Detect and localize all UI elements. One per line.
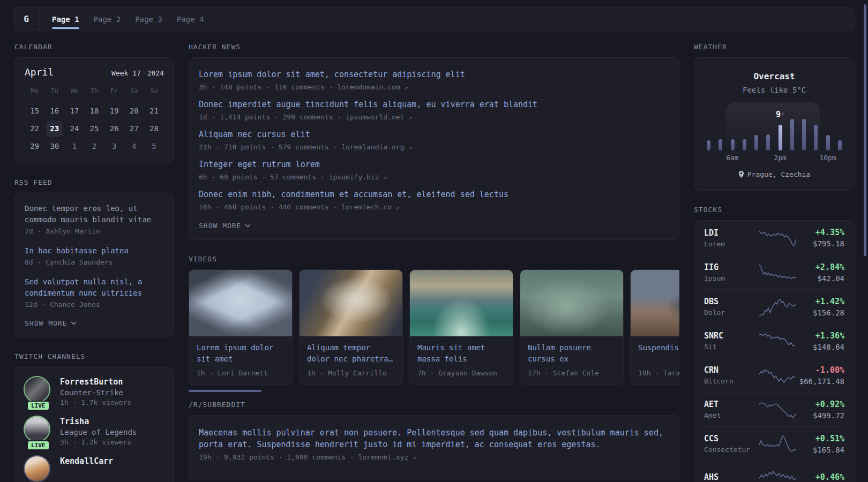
twitch-channel-link[interactable]: Trisha (60, 417, 89, 426)
video-title: Lorem ipsum dolor sit amet consectetu… (197, 342, 285, 365)
calendar-day: 15 (26, 103, 43, 119)
hn-show-more-button[interactable]: SHOW MORE (199, 222, 251, 230)
hn-meta: 1d · 1,414 points · 299 comments · ipsum… (199, 113, 669, 121)
live-badge: LIVE (27, 401, 50, 411)
twitch-channel-row: LIVE Trisha League of Legends 3h · 1.2k … (25, 417, 164, 446)
show-more-label: SHOW MORE (25, 319, 67, 327)
page-content: CALENDAR April Week 17·2024 MoTuWeThFrSa… (14, 43, 855, 482)
calendar-weekday: Fr (104, 83, 124, 97)
video-card[interactable]: Lorem ipsum dolor sit amet consectetu… 1… (189, 269, 293, 385)
middle-column: HACKER NEWS Lorem ipsum dolor sit amet, … (189, 43, 679, 482)
stock-ticker-link[interactable]: CRN (704, 365, 719, 375)
calendar-month: April (25, 66, 54, 78)
stocks-card: LDI Lorem +4.35% $795.18 IIG Ipsum (694, 220, 855, 482)
video-card[interactable]: Mauris sit amet massa felis 7h · Grayson… (409, 269, 513, 385)
calendar-day: 20 (126, 103, 143, 119)
twitch-avatar-wrap: LIVE (25, 417, 51, 446)
tab-page-1[interactable]: Page 1 (52, 7, 79, 31)
external-link-icon[interactable]: ↗ (408, 114, 412, 121)
rss-item-link[interactable]: Donec tempor eros leo, ut commodo mauris… (25, 203, 164, 225)
stock-values: +1.42% $156.28 (797, 297, 844, 317)
stock-name: Ipsum (704, 274, 759, 282)
calendar-weekday: Th (84, 83, 104, 97)
calendar-day: 1 (66, 138, 83, 155)
stock-ticker-link[interactable]: DBS (704, 297, 719, 306)
video-thumbnail (631, 270, 679, 336)
twitch-channel-row: KendallCarr (25, 456, 164, 481)
external-link-icon[interactable]: ↗ (408, 144, 412, 151)
hn-title-link[interactable]: Lorem ipsum dolor sit amet, consectetur … (199, 69, 669, 80)
calendar-day: 27 (126, 120, 143, 137)
external-link-icon[interactable]: ↗ (383, 174, 387, 181)
calendar-day: 4 (126, 138, 143, 155)
twitch-channel-info: ForrestBurton Counter-Strike 1h · 1.7k v… (60, 377, 131, 406)
external-link-icon[interactable]: ↗ (396, 204, 400, 211)
tab-page-4[interactable]: Page 4 (177, 7, 204, 31)
page-scrollbar-thumb[interactable] (864, 4, 866, 256)
stock-ticker-link[interactable]: LDI (704, 228, 719, 238)
video-card[interactable]: Suspendisse diam 18h · Tara (630, 269, 679, 385)
weather-bar (790, 119, 794, 150)
video-title: Suspendisse diam (638, 342, 679, 365)
stock-price: $42.04 (797, 274, 844, 283)
stock-name: Lorem (704, 240, 759, 248)
avatar[interactable] (25, 417, 49, 441)
stock-row: DBS Dolor +1.42% $156.28 (704, 289, 844, 323)
avatar[interactable] (25, 456, 49, 481)
reddit-post: Maecenas mollis pulvinar erat non posuer… (199, 427, 669, 461)
tab-page-2[interactable]: Page 2 (94, 7, 121, 31)
hn-title-link[interactable]: Donec imperdiet augue tincidunt felis al… (199, 99, 669, 110)
stock-sparkline (759, 366, 797, 385)
videos-scrollbar-thumb[interactable] (189, 390, 261, 392)
hackernews-widget: HACKER NEWS Lorem ipsum dolor sit amet, … (189, 43, 679, 240)
calendar-day: 3 (106, 138, 123, 155)
stock-ticker-link[interactable]: AET (704, 400, 719, 409)
stock-ticker-link[interactable]: SNRC (704, 331, 723, 341)
rss-item-link[interactable]: In hac habitasse platea (25, 245, 164, 257)
external-link-icon[interactable]: ↗ (405, 84, 408, 91)
rss-show-more-button[interactable]: SHOW MORE (25, 319, 77, 327)
hn-title-link[interactable]: Integer eget rutrum lorem (199, 159, 669, 170)
weather-bar-chart: 9° (707, 102, 842, 150)
weather-time-axis: 6am 2pm 10pm (707, 154, 842, 163)
weather-bar (826, 135, 830, 150)
stock-row: LDI Lorem +4.35% $795.18 (704, 221, 844, 255)
rss-item-link[interactable]: Sed volutpat nulla nisl, a condimentum n… (25, 276, 164, 299)
avatar[interactable] (25, 377, 49, 402)
video-meta: 18h · Tara (638, 369, 679, 377)
stock-values: +1.36% $148.64 (797, 331, 844, 351)
stock-ticker-link[interactable]: CCS (704, 434, 719, 443)
hn-item: Donec imperdiet augue tincidunt felis al… (199, 99, 669, 121)
calendar-day: 28 (146, 120, 162, 137)
video-card[interactable]: Nullam posuere cursus ex 17h · Stefan Co… (520, 269, 624, 385)
video-card-body: Nullam posuere cursus ex 17h · Stefan Co… (520, 336, 623, 385)
twitch-channel-link[interactable]: KendallCarr (60, 456, 113, 466)
video-card-body: Mauris sit amet massa felis 7h · Grayson… (410, 336, 513, 385)
show-more-label: SHOW MORE (199, 222, 241, 230)
location-pin-icon (738, 171, 744, 178)
hn-meta: 21h · 710 points · 579 comments · loreml… (199, 143, 669, 151)
hn-title-link[interactable]: Aliquam nec cursus elit (199, 129, 669, 140)
stock-id: SNRC Sit (704, 331, 759, 351)
calendar-day: 21 (146, 103, 162, 119)
calendar-week-year: Week 17·2024 (111, 69, 164, 77)
stocks-widget: STOCKS LDI Lorem +4.35% $795.18 IIG (694, 206, 855, 482)
weather-temp-label: 9° (776, 110, 784, 119)
video-card-body: Suspendisse diam 18h · Tara (631, 336, 679, 385)
hn-title-link[interactable]: Donec enim nibh, condimentum et accumsan… (199, 189, 669, 200)
stock-sparkline (759, 263, 797, 282)
app-logo[interactable]: G (13, 7, 40, 31)
hn-meta-text: 16h · 468 points · 440 comments · loremt… (199, 203, 392, 211)
videos-row: Lorem ipsum dolor sit amet consectetu… 1… (189, 269, 679, 385)
stock-ticker-link[interactable]: AHS (704, 472, 719, 482)
stock-id: CCS Consectetur (704, 434, 759, 454)
stock-values: +0.51% $165.84 (797, 434, 844, 454)
tab-page-3[interactable]: Page 3 (135, 7, 162, 31)
hn-item: Integer eget rutrum lorem 6h · 60 points… (199, 159, 669, 181)
video-card[interactable]: Aliquam tempor dolor nec pharetra… 1h · … (299, 269, 403, 385)
stock-ticker-link[interactable]: IIG (704, 262, 719, 272)
external-link-icon[interactable]: ↗ (413, 454, 416, 461)
twitch-channel-link[interactable]: ForrestBurton (60, 377, 123, 387)
reddit-post-link[interactable]: Maecenas mollis pulvinar erat non posuer… (199, 427, 669, 450)
stock-row: CCS Consectetur +0.51% $165.84 (704, 426, 844, 461)
